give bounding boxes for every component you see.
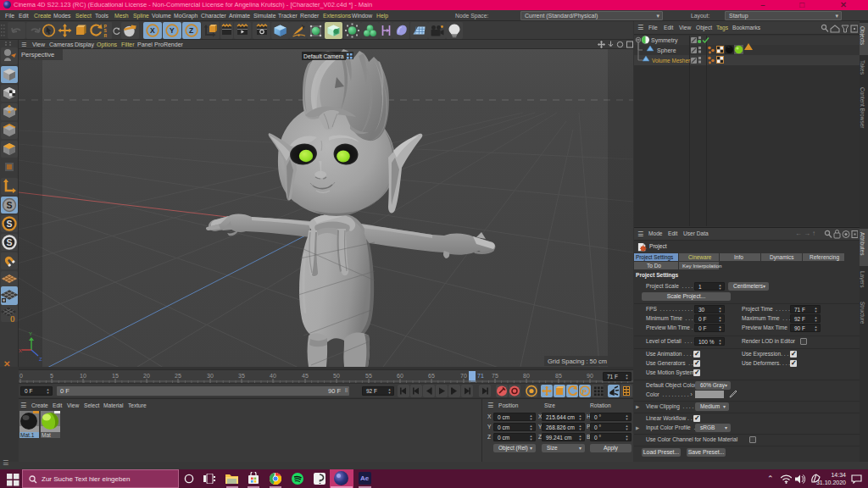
svg-text:45: 45 xyxy=(302,373,309,379)
svg-text:20: 20 xyxy=(143,373,150,379)
svg-text:35: 35 xyxy=(238,373,245,379)
svg-text:71: 71 xyxy=(477,373,484,379)
svg-text:S: S xyxy=(7,200,13,210)
svg-text:15: 15 xyxy=(112,373,119,379)
svg-text:80: 80 xyxy=(523,373,530,379)
svg-text:Default Camera: Default Camera xyxy=(303,53,344,59)
svg-text:Grid Spacing : 50 cm: Grid Spacing : 50 cm xyxy=(548,358,607,365)
svg-text:70: 70 xyxy=(460,373,467,379)
svg-text:S: S xyxy=(7,237,13,247)
svg-text:(): () xyxy=(10,314,15,322)
svg-text:40: 40 xyxy=(270,373,276,379)
svg-text:60: 60 xyxy=(397,373,403,379)
svg-text:X: X xyxy=(150,26,155,35)
svg-text:5: 5 xyxy=(50,373,53,379)
svg-text:65: 65 xyxy=(428,373,435,379)
svg-text:Z: Z xyxy=(189,26,193,35)
svg-text:X: X xyxy=(19,348,22,353)
svg-text:Y: Y xyxy=(170,26,175,35)
svg-text:S: S xyxy=(7,219,13,229)
svg-text:Perspective: Perspective xyxy=(21,51,54,58)
svg-text:90: 90 xyxy=(587,373,593,379)
svg-text:R: R xyxy=(104,33,108,38)
svg-text:0: 0 xyxy=(19,373,23,379)
svg-text:P: P xyxy=(582,388,587,396)
svg-text:50: 50 xyxy=(333,373,340,379)
svg-text:Z: Z xyxy=(39,357,42,362)
svg-text:75: 75 xyxy=(492,373,498,379)
svg-text:85: 85 xyxy=(555,373,562,379)
svg-text:10: 10 xyxy=(80,373,86,379)
svg-text:Y: Y xyxy=(29,331,32,336)
svg-text:25: 25 xyxy=(175,373,181,379)
svg-text:30: 30 xyxy=(207,373,214,379)
svg-text:55: 55 xyxy=(365,373,372,379)
